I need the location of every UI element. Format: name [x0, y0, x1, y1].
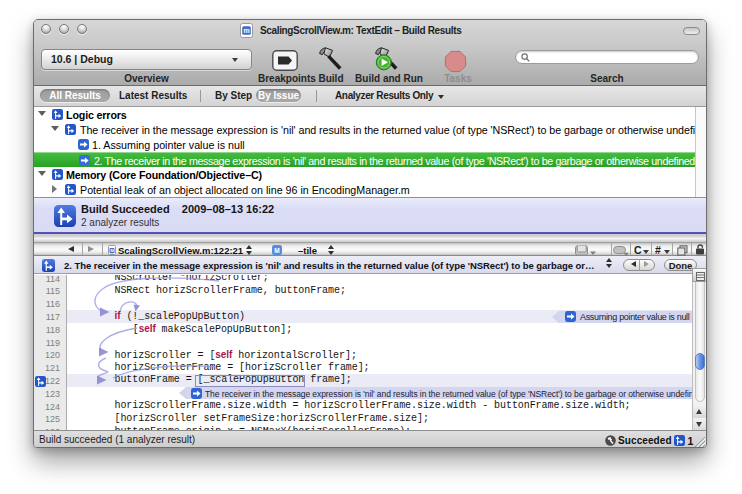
- svg-text:M: M: [110, 248, 114, 253]
- svg-text:m: m: [243, 27, 249, 34]
- svg-text:M: M: [274, 247, 279, 254]
